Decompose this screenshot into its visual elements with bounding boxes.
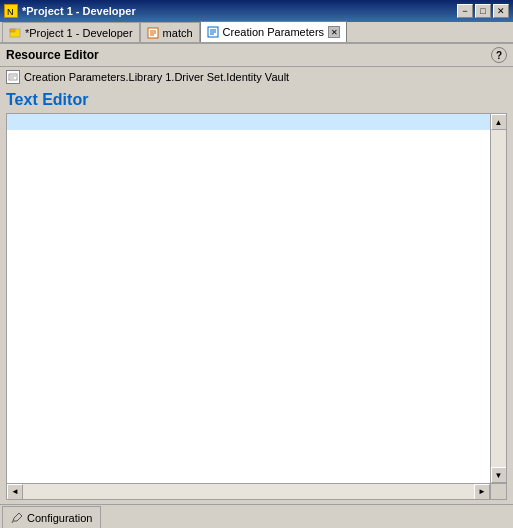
- window-title: *Project 1 - Developer: [22, 5, 136, 17]
- scrollbar-vertical: ▲ ▼: [490, 114, 506, 483]
- title-bar-left: N *Project 1 - Developer: [4, 4, 136, 18]
- svg-rect-12: [9, 74, 17, 80]
- title-bar: N *Project 1 - Developer − □ ✕: [0, 0, 513, 22]
- scrollbar-horizontal: ◄ ►: [7, 483, 490, 499]
- scroll-h-track[interactable]: [23, 484, 474, 499]
- scroll-v-track[interactable]: [491, 130, 506, 467]
- svg-text:N: N: [7, 7, 14, 17]
- main-content: Resource Editor ? Creation Parameters.Li…: [0, 44, 513, 504]
- editor-container[interactable]: ▲ ▼ ◄ ►: [6, 113, 507, 500]
- scroll-down-button[interactable]: ▼: [491, 467, 507, 483]
- maximize-button[interactable]: □: [475, 4, 491, 18]
- breadcrumb-icon: [6, 70, 20, 84]
- text-editor-title: Text Editor: [6, 91, 507, 109]
- scrollbar-corner: [490, 483, 506, 499]
- tab-creation-parameters[interactable]: Creation Parameters ✕: [200, 21, 348, 42]
- match-tab-icon: [147, 27, 159, 39]
- match-tab-label: match: [163, 27, 193, 39]
- close-button[interactable]: ✕: [493, 4, 509, 18]
- pencil-icon: [11, 512, 23, 524]
- svg-rect-3: [10, 29, 15, 32]
- scroll-left-button[interactable]: ◄: [7, 484, 23, 500]
- resource-editor-title: Resource Editor: [6, 48, 99, 62]
- scroll-right-button[interactable]: ►: [474, 484, 490, 500]
- project-tab-label: *Project 1 - Developer: [25, 27, 133, 39]
- editor-inner: [7, 114, 490, 483]
- window-controls: − □ ✕: [457, 4, 509, 18]
- scroll-up-button[interactable]: ▲: [491, 114, 507, 130]
- help-button[interactable]: ?: [491, 47, 507, 63]
- editor-highlight-line: [7, 114, 490, 130]
- breadcrumb: Creation Parameters.Library 1.Driver Set…: [0, 67, 513, 87]
- breadcrumb-text: Creation Parameters.Library 1.Driver Set…: [24, 71, 289, 83]
- svg-line-17: [14, 513, 19, 518]
- resource-editor-header: Resource Editor ?: [0, 44, 513, 67]
- cp-tab-icon: [207, 26, 219, 38]
- tab-bar: *Project 1 - Developer match Creation Pa…: [0, 22, 513, 44]
- minimize-button[interactable]: −: [457, 4, 473, 18]
- text-editor-section: Text Editor ▲ ▼ ◄ ►: [0, 87, 513, 504]
- bottom-tab-bar: Configuration: [0, 504, 513, 528]
- cp-tab-close[interactable]: ✕: [328, 26, 340, 38]
- project-tab-icon: [9, 27, 21, 39]
- app-icon: N: [4, 4, 18, 18]
- svg-line-16: [12, 521, 13, 523]
- tab-configuration[interactable]: Configuration: [2, 506, 101, 528]
- cp-tab-label: Creation Parameters: [223, 26, 325, 38]
- tab-project[interactable]: *Project 1 - Developer: [2, 22, 140, 42]
- tab-match[interactable]: match: [140, 22, 200, 42]
- configuration-tab-label: Configuration: [27, 512, 92, 524]
